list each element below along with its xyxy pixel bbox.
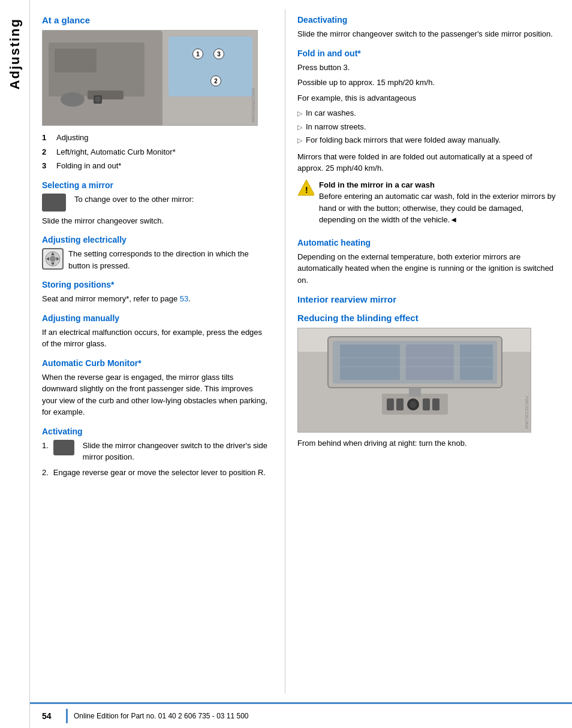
main-content: At a glance xyxy=(30,0,572,728)
section-deactivating-title: Deactivating xyxy=(297,15,560,25)
svg-text:!: ! xyxy=(305,185,308,195)
adjusting-electrically-body: The setting corresponds to the direction… xyxy=(68,248,270,271)
step-item-2: 2. Engage reverse gear or move the selec… xyxy=(42,467,270,479)
sidebar-label: Adjusting xyxy=(7,18,23,89)
selecting-mirror-icon-text: To change over to the other mirror: xyxy=(74,194,194,206)
storing-positions-body: Seat and mirror memory*, refer to page 5… xyxy=(42,293,270,305)
reducing-body: From behind when driving at night: turn … xyxy=(297,437,560,449)
rearview-mirror-image: 7WC3213C/AM xyxy=(297,328,531,433)
svg-point-10 xyxy=(50,256,56,262)
bullet-item-2: ▷ In narrow streets. xyxy=(297,121,560,133)
warning-title: Fold in the mirror in a car wash xyxy=(319,180,435,189)
warning-text: Before entering an automatic car wash, f… xyxy=(319,192,556,224)
right-column: Deactivating Slide the mirror changeover… xyxy=(288,9,572,693)
section-reducing-title: Reducing the blinding effect xyxy=(297,313,560,323)
section-adjusting-electrically-title: Adjusting electrically xyxy=(42,235,270,244)
list-item: 2 Left/right, Automatic Curb Monitor* xyxy=(42,146,270,158)
svg-rect-31 xyxy=(423,398,430,410)
svg-rect-27 xyxy=(387,398,394,410)
list-item: 1 Adjusting xyxy=(42,132,270,144)
bottom-image-watermark: 7WC3213C/AM xyxy=(524,395,529,429)
columns: At a glance xyxy=(30,0,572,702)
svg-point-30 xyxy=(410,401,417,408)
fold-body2: Possible up to approx. 15 mph/20 km/h. xyxy=(297,77,560,89)
step-item-1: 1. Slide the mirror changeover switch to… xyxy=(42,440,270,463)
fold-body3: For example, this is advantageous xyxy=(297,92,560,104)
bullet-arrow: ▷ xyxy=(297,108,302,119)
item-num: 2 xyxy=(42,146,52,158)
top-image: 1 2 3 9WCH50R0/AM xyxy=(42,30,258,126)
footer: 54 Online Edition for Part no. 01 40 2 6… xyxy=(30,702,572,728)
svg-rect-33 xyxy=(409,388,421,397)
left-column: At a glance xyxy=(30,9,282,693)
footer-text: Online Edition for Part no. 01 40 2 606 … xyxy=(74,712,249,720)
section-curb-monitor-title: Automatic Curb Monitor* xyxy=(42,358,270,368)
section-selecting-mirror-title: Selecting a mirror xyxy=(42,180,270,190)
column-divider xyxy=(285,9,285,693)
steps-list: 1. Slide the mirror changeover switch to… xyxy=(42,440,270,479)
adjust-button-icon xyxy=(42,248,64,270)
fold-body1: Press button 3. xyxy=(297,62,560,74)
bullet-arrow: ▷ xyxy=(297,135,302,146)
item-num: 3 xyxy=(42,160,52,172)
warning-body: Fold in the mirror in a car wash Before … xyxy=(319,179,560,226)
top-image-watermark: 9WCH50R0/AM xyxy=(251,88,256,122)
svg-point-3 xyxy=(61,92,85,107)
svg-rect-4 xyxy=(88,90,124,99)
section-auto-heating-title: Automatic heating xyxy=(297,238,560,247)
step-1-text: Slide the mirror changeover switch to th… xyxy=(83,440,270,463)
selecting-mirror-body: Slide the mirror changeover switch. xyxy=(42,215,270,227)
section-storing-positions-title: Storing positions* xyxy=(42,280,270,289)
car-interior-illustration: 1 2 3 xyxy=(43,31,257,125)
curb-monitor-body: When the reverse gear is engaged, the mi… xyxy=(42,371,270,418)
storing-positions-link[interactable]: 53 xyxy=(180,294,188,303)
item-num: 1 xyxy=(42,132,52,144)
section-fold-title: Fold in and out* xyxy=(297,49,560,58)
mirror-switch-icon xyxy=(42,194,66,212)
deactivating-body: Slide the mirror changeover switch to th… xyxy=(297,28,560,40)
fold-bullet-list: ▷ In car washes. ▷ In narrow streets. ▷ … xyxy=(297,107,560,146)
badge-1: 1 xyxy=(192,49,203,59)
bullet-item-1: ▷ In car washes. xyxy=(297,107,560,119)
badge-2: 2 xyxy=(210,75,221,86)
bullet-item-3: ▷ For folding back mirrors that were fol… xyxy=(297,134,560,146)
warning-box: ! Fold in the mirror in a car wash Befor… xyxy=(297,179,560,229)
warning-icon: ! xyxy=(297,179,314,196)
svg-rect-28 xyxy=(396,398,404,410)
fold-body4: Mirrors that were folded in are folded o… xyxy=(297,151,560,174)
list-item: 3 Folding in and out* xyxy=(42,160,270,172)
svg-rect-21 xyxy=(340,345,400,380)
numbered-list: 1 Adjusting 2 Left/right, Automatic Curb… xyxy=(42,132,270,172)
page-main-title: At a glance xyxy=(42,15,270,25)
footer-divider xyxy=(66,709,68,723)
item-text: Folding in and out* xyxy=(56,160,121,172)
item-text: Left/right, Automatic Curb Monitor* xyxy=(56,146,176,158)
svg-rect-32 xyxy=(432,398,439,410)
selecting-mirror-content: To change over to the other mirror: xyxy=(42,194,270,212)
step-1-icon xyxy=(53,440,74,455)
svg-point-6 xyxy=(95,96,101,102)
section-activating-title: Activating xyxy=(42,427,270,436)
step-2-text: Engage reverse gear or move the selector… xyxy=(53,467,266,479)
svg-rect-22 xyxy=(406,345,454,380)
adjusting-manually-body: If an electrical malfunction occurs, for… xyxy=(42,327,270,350)
bullet-arrow: ▷ xyxy=(297,122,302,133)
svg-rect-23 xyxy=(460,345,493,380)
auto-heating-body: Depending on the external temperature, b… xyxy=(297,251,560,286)
section-adjusting-manually-title: Adjusting manually xyxy=(42,313,270,323)
step-num-1: 1. xyxy=(42,440,49,452)
svg-rect-2 xyxy=(55,49,97,73)
adjusting-electrically-content: The setting corresponds to the direction… xyxy=(42,248,270,271)
footer-page-number: 54 xyxy=(42,711,60,721)
badge-3: 3 xyxy=(213,49,224,59)
section-interior-mirror-title: Interior rearview mirror xyxy=(297,294,560,304)
item-text: Adjusting xyxy=(56,132,88,144)
svg-rect-8 xyxy=(168,37,252,96)
step-num-2: 2. xyxy=(42,467,49,479)
page-wrapper: Adjusting At a glance xyxy=(0,0,572,728)
sidebar: Adjusting xyxy=(0,0,30,728)
